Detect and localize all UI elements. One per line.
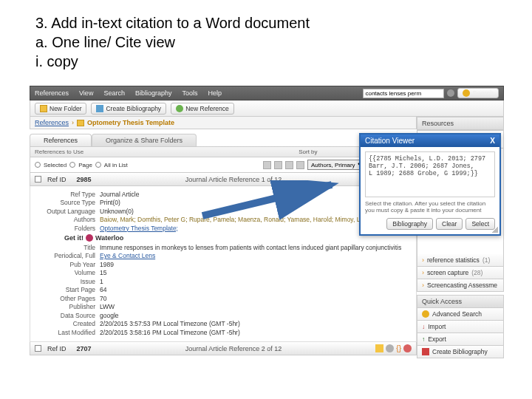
folder-icon bbox=[77, 120, 84, 126]
fv-year: 1989 bbox=[100, 261, 412, 268]
ref-id-label: Ref ID bbox=[47, 176, 66, 183]
popup-bibliography-button[interactable]: Bibliography bbox=[386, 218, 433, 230]
menu-bibliography[interactable]: Bibliography bbox=[135, 89, 172, 97]
menubar: References View Search Bibliography Tool… bbox=[30, 86, 504, 100]
popup-titlebar[interactable]: Citation Viewer X bbox=[361, 134, 499, 147]
menu-search[interactable]: Search bbox=[103, 89, 125, 97]
fv-created: 2/20/2015 3:57:53 PM Local Timezone (GMT… bbox=[100, 320, 412, 327]
chevron-icon: › bbox=[422, 269, 424, 276]
radio-page[interactable] bbox=[69, 162, 75, 168]
ref-position-2: Journal Article Reference 2 of 12 bbox=[185, 345, 282, 352]
citation-viewer-popup: Citation Viewer X {{2785 Michels, L.D. 2… bbox=[359, 133, 501, 236]
sidebar-item-screencap[interactable]: › screen capture (28) bbox=[417, 267, 504, 279]
all-in-list-label: All in List bbox=[104, 162, 128, 168]
cite-icon[interactable]: {} bbox=[396, 344, 401, 352]
resize-handle[interactable] bbox=[492, 227, 498, 233]
sort-by-label: Sort by bbox=[299, 149, 317, 155]
fv-periodical[interactable]: Eye & Contact Lens bbox=[100, 252, 412, 259]
star-icon[interactable] bbox=[375, 344, 383, 352]
view-icon[interactable] bbox=[403, 344, 412, 352]
fk-outlang: Output Language bbox=[35, 208, 100, 215]
breadcrumb: References › Optometry Thesis Template bbox=[30, 117, 417, 129]
import-icon: ↓ bbox=[422, 323, 425, 330]
ref-checkbox-1[interactable] bbox=[35, 176, 41, 183]
quick-access-header: Quick Access bbox=[417, 295, 504, 308]
sidebar-count: (28) bbox=[471, 269, 482, 276]
print-icon[interactable] bbox=[296, 161, 304, 169]
qa-advanced-search[interactable]: Advanced Search bbox=[417, 308, 504, 321]
bibliography-icon bbox=[96, 105, 103, 112]
new-reference-label: New Reference bbox=[185, 105, 229, 112]
qa-create-biblio[interactable]: Create Bibliography bbox=[417, 346, 504, 358]
search-dropdown-icon[interactable] bbox=[447, 89, 454, 97]
folder-icon bbox=[40, 105, 47, 112]
popup-clear-button[interactable]: Clear bbox=[436, 218, 463, 230]
close-button[interactable]: X bbox=[490, 137, 495, 145]
ref-position: Journal Article Reference 1 of 12 bbox=[185, 176, 282, 183]
radio-selected[interactable] bbox=[35, 162, 41, 168]
institution-icon bbox=[86, 234, 93, 242]
fk-modified: Last Modified bbox=[35, 329, 100, 336]
search-button-label: Search bbox=[472, 89, 494, 97]
fk-year: Pub Year bbox=[35, 261, 100, 268]
sidebar-count: (1) bbox=[482, 256, 490, 264]
sidebar-item-screencast[interactable]: › Screencasting Assessme bbox=[417, 279, 504, 292]
getit-label: Get it! bbox=[64, 234, 83, 242]
slide-line2: a. One line/ Cite view bbox=[35, 33, 532, 52]
radio-all[interactable] bbox=[95, 162, 101, 168]
fk-periodical: Periodical, Full bbox=[35, 252, 100, 259]
tab-organize[interactable]: Organize & Share Folders bbox=[92, 134, 197, 146]
reference-header-2: Ref ID 2707 Journal Article Reference 2 … bbox=[30, 342, 417, 355]
citation-text-area[interactable]: {{2785 Michels, L.D. 2013; 2797 Barr, J.… bbox=[365, 151, 495, 197]
menu-help[interactable]: Help bbox=[208, 89, 222, 97]
create-biblio-label: Create Bibliography bbox=[106, 105, 161, 112]
fk-issue: Issue bbox=[35, 278, 100, 285]
add-list-icon[interactable] bbox=[274, 161, 282, 169]
fv-title: Immune responses in monkeys to lenses fr… bbox=[100, 244, 412, 251]
slide-line3: i. copy bbox=[35, 52, 532, 71]
popup-select-button[interactable]: Select bbox=[466, 218, 495, 230]
delete-icon[interactable] bbox=[285, 161, 293, 169]
fv-issue: 1 bbox=[100, 278, 412, 285]
qa-export[interactable]: ↑ Export bbox=[417, 333, 504, 346]
menu-tools[interactable]: Tools bbox=[182, 89, 197, 97]
menu-references[interactable]: References bbox=[35, 89, 69, 97]
ref-id-value-2: 2707 bbox=[77, 345, 92, 352]
bibliography-icon bbox=[422, 348, 429, 355]
qa-import[interactable]: ↓ Import bbox=[417, 321, 504, 333]
fk-authors: Authors bbox=[35, 216, 100, 223]
resources-header: Resources bbox=[417, 117, 504, 130]
fk-folders: Folders bbox=[35, 225, 100, 232]
fk-pub: Publisher bbox=[35, 303, 100, 310]
slide-title: 3. Add in-text citation to a Word docume… bbox=[0, 0, 532, 71]
attach-icon[interactable] bbox=[386, 344, 394, 352]
export-icon: ↑ bbox=[422, 335, 425, 343]
tab-references[interactable]: References bbox=[30, 134, 92, 146]
qa-label: Export bbox=[428, 335, 446, 343]
new-folder-label: New Folder bbox=[50, 105, 81, 112]
new-folder-button[interactable]: New Folder bbox=[35, 103, 86, 115]
breadcrumb-root[interactable]: References bbox=[35, 119, 69, 126]
fk-spage: Start Page bbox=[35, 286, 100, 293]
search-button[interactable]: Search bbox=[457, 88, 499, 98]
new-reference-button[interactable]: New Reference bbox=[171, 103, 234, 115]
fk-dsrc: Data Source bbox=[35, 312, 100, 319]
qa-label: Advanced Search bbox=[432, 310, 482, 318]
move-folder-icon[interactable] bbox=[263, 161, 271, 169]
menubar-search-input[interactable] bbox=[363, 89, 444, 98]
sidebar-label: screen capture bbox=[427, 269, 468, 276]
sidebar-item-refstats[interactable]: › reference statistics (1) bbox=[417, 254, 504, 267]
menu-view[interactable]: View bbox=[79, 89, 93, 97]
breadcrumb-folder[interactable]: Optometry Thesis Template bbox=[87, 119, 174, 126]
ref-checkbox-2[interactable] bbox=[35, 345, 41, 352]
page-label: Page bbox=[78, 162, 92, 168]
fv-pub: LWW bbox=[100, 303, 412, 310]
create-bibliography-button[interactable]: Create Bibliography bbox=[91, 103, 166, 115]
fv-spage: 64 bbox=[100, 286, 412, 293]
fv-opages: 70 bbox=[100, 295, 412, 302]
fk-vol: Volume bbox=[35, 269, 100, 276]
popup-hint: Select the citation. After you select th… bbox=[365, 200, 495, 214]
slide-line1: 3. Add in-text citation to a Word docume… bbox=[35, 13, 532, 33]
plus-icon bbox=[176, 105, 183, 112]
chevron-icon: › bbox=[422, 256, 424, 264]
